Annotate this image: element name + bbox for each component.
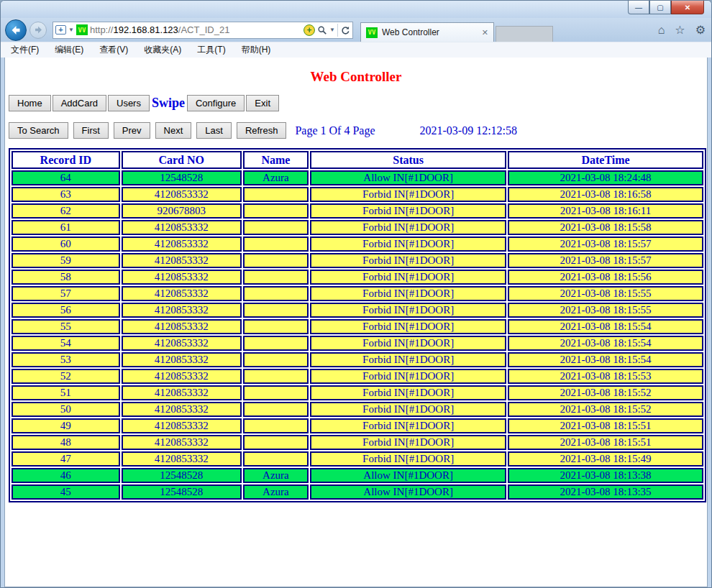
table-row: 54 4120853332 Forbid IN[#1DOOR] 2021-03-… (12, 336, 703, 351)
cell-status: Forbid IN[#1DOOR] (310, 336, 506, 351)
search-icon[interactable] (317, 25, 327, 35)
menu-view[interactable]: 查看(V) (99, 44, 128, 56)
last-button[interactable]: Last (196, 122, 232, 139)
cell-name (243, 319, 309, 334)
tab-favicon: VV (366, 27, 378, 38)
table-row: 45 12548528 Azura Allow IN[#1DOOR] 2021-… (12, 484, 703, 500)
cell-record-id: 56 (12, 303, 120, 318)
next-button[interactable]: Next (155, 122, 192, 139)
table-row: 53 4120853332 Forbid IN[#1DOOR] 2021-03-… (12, 352, 703, 367)
pager-row: To Search First Prev Next Last Refresh P… (9, 122, 707, 139)
cell-status: Forbid IN[#1DOOR] (310, 187, 506, 202)
cell-record-id: 64 (12, 170, 120, 185)
users-button[interactable]: Users (108, 95, 150, 111)
cell-status: Forbid IN[#1DOOR] (310, 352, 506, 367)
address-bar[interactable]: + ▼ VV http://192.168.81.123/ACT_ID_21 +… (53, 22, 353, 39)
tab-close-icon[interactable]: ✕ (482, 28, 488, 37)
cell-status: Forbid IN[#1DOOR] (310, 286, 506, 301)
refresh-button[interactable]: Refresh (237, 122, 287, 139)
menu-help[interactable]: 帮助(H) (242, 44, 271, 56)
cell-datetime: 2021-03-08 18:15:55 (508, 286, 703, 301)
table-row: 64 12548528 Azura Allow IN[#1DOOR] 2021-… (12, 170, 703, 185)
cell-card-no: 12548528 (122, 468, 242, 483)
cell-name (243, 435, 309, 450)
cell-name (243, 418, 309, 433)
site-badge-icon[interactable]: + (303, 24, 315, 36)
cell-record-id: 45 (12, 484, 120, 500)
back-button[interactable] (5, 19, 27, 41)
back-arrow-icon (10, 24, 22, 36)
page-nav-row: Home AddCard Users Swipe Configure Exit (9, 95, 707, 111)
table-row: 56 4120853332 Forbid IN[#1DOOR] 2021-03-… (12, 303, 703, 318)
cell-status: Forbid IN[#1DOOR] (310, 418, 506, 433)
new-tab-button[interactable] (496, 26, 553, 42)
table-row: 48 4120853332 Forbid IN[#1DOOR] 2021-03-… (12, 435, 703, 450)
cell-record-id: 58 (12, 270, 120, 285)
table-header-row: Record ID Card NO Name Status DateTime (12, 151, 703, 169)
current-timestamp: 2021-03-09 12:12:58 (420, 124, 518, 137)
cell-status: Allow IN[#1DOOR] (310, 468, 506, 483)
menu-tools[interactable]: 工具(T) (197, 44, 225, 56)
address-dropdown-icon[interactable]: ▼ (68, 27, 74, 33)
cell-datetime: 2021-03-08 18:15:52 (508, 385, 703, 400)
cell-card-no: 4120853332 (122, 319, 242, 334)
addcard-button[interactable]: AddCard (53, 95, 106, 111)
cell-status: Forbid IN[#1DOOR] (310, 253, 506, 268)
prev-button[interactable]: Prev (114, 122, 150, 139)
cell-record-id: 57 (12, 286, 120, 301)
forward-button[interactable] (29, 22, 47, 39)
table-row: 59 4120853332 Forbid IN[#1DOOR] 2021-03-… (12, 253, 703, 268)
url-path: /ACT_ID_21 (178, 24, 230, 35)
cell-status: Forbid IN[#1DOOR] (310, 203, 506, 219)
cell-status: Forbid IN[#1DOOR] (310, 236, 506, 252)
window-controls: — ▢ ✕ (628, 1, 704, 14)
cell-record-id: 49 (12, 418, 120, 433)
cell-status: Forbid IN[#1DOOR] (310, 402, 506, 417)
search-dropdown-icon[interactable]: ▼ (329, 27, 335, 33)
cell-name: Azura (243, 484, 309, 500)
table-row: 52 4120853332 Forbid IN[#1DOOR] 2021-03-… (12, 369, 703, 384)
menu-file[interactable]: 文件(F) (11, 44, 39, 56)
cell-status: Forbid IN[#1DOOR] (310, 385, 506, 400)
home-button[interactable]: Home (9, 95, 51, 111)
cell-datetime: 2021-03-08 18:15:51 (508, 418, 703, 433)
minimize-button[interactable]: — (628, 1, 649, 14)
cell-card-no: 920678803 (122, 203, 242, 219)
cell-name (243, 220, 309, 235)
favorites-star-icon[interactable]: ☆ (675, 23, 685, 37)
cell-name (243, 253, 309, 268)
menu-favorites[interactable]: 收藏夹(A) (144, 44, 181, 56)
maximize-button[interactable]: ▢ (649, 1, 671, 14)
records-tbody: 64 12548528 Azura Allow IN[#1DOOR] 2021-… (12, 170, 703, 500)
tab-title: Web Controller (382, 27, 478, 37)
url-text[interactable]: http://192.168.81.123/ACT_ID_21 (90, 24, 301, 35)
cell-record-id: 59 (12, 253, 120, 268)
close-button[interactable]: ✕ (671, 1, 704, 14)
cell-card-no: 4120853332 (122, 220, 242, 235)
exit-button[interactable]: Exit (246, 95, 279, 111)
header-status: Status (310, 151, 506, 169)
cell-datetime: 2021-03-08 18:13:35 (508, 484, 703, 500)
cell-status: Forbid IN[#1DOOR] (310, 451, 506, 467)
configure-button[interactable]: Configure (187, 95, 245, 111)
cell-record-id: 46 (12, 468, 120, 483)
home-icon[interactable]: ⌂ (658, 24, 665, 37)
cell-record-id: 47 (12, 451, 120, 467)
cell-record-id: 48 (12, 435, 120, 450)
browser-tab[interactable]: VV Web Controller ✕ (360, 22, 494, 42)
cell-name (243, 286, 309, 301)
cell-record-id: 53 (12, 352, 120, 367)
refresh-icon[interactable] (340, 25, 350, 35)
to-search-button[interactable]: To Search (9, 122, 68, 139)
settings-gear-icon[interactable]: ⚙ (695, 23, 706, 37)
first-button[interactable]: First (73, 122, 109, 139)
table-row: 55 4120853332 Forbid IN[#1DOOR] 2021-03-… (12, 319, 703, 334)
menu-edit[interactable]: 编辑(E) (55, 44, 83, 56)
table-row: 46 12548528 Azura Allow IN[#1DOOR] 2021-… (12, 468, 703, 483)
compatibility-view-icon[interactable]: + (55, 25, 66, 35)
browser-actions: ⌂ ☆ ⚙ (658, 23, 706, 37)
site-favicon: VV (76, 24, 88, 35)
table-row: 47 4120853332 Forbid IN[#1DOOR] 2021-03-… (12, 451, 703, 467)
table-row: 61 4120853332 Forbid IN[#1DOOR] 2021-03-… (12, 220, 703, 235)
cell-name (243, 336, 309, 351)
